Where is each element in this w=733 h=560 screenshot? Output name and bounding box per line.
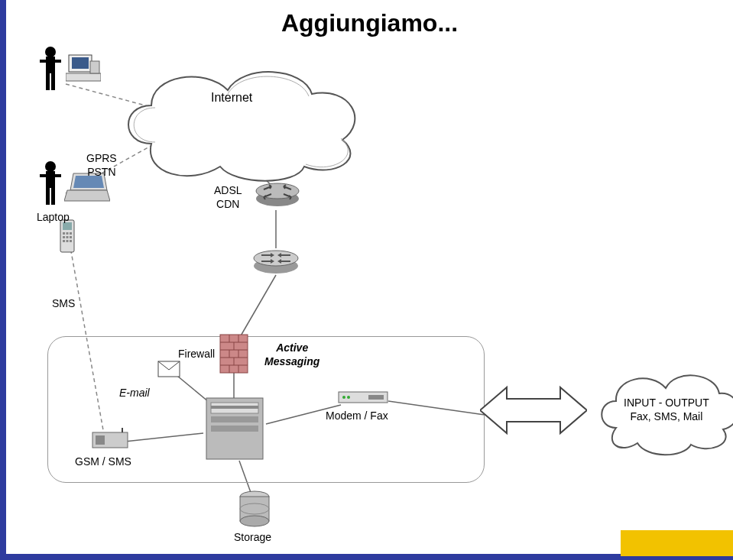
active-messaging-label: Active Messaging <box>264 341 319 368</box>
svg-rect-15 <box>40 60 46 63</box>
svg-rect-41 <box>66 240 69 242</box>
svg-marker-81 <box>480 387 587 433</box>
storage-icon <box>238 490 271 527</box>
storage-label: Storage <box>234 530 271 544</box>
svg-rect-38 <box>66 236 69 238</box>
svg-point-84 <box>240 516 269 526</box>
diagram-canvas: Aggiungiamo... Interne <box>0 0 733 560</box>
gsm-device-icon <box>92 428 128 449</box>
email-icon <box>157 361 180 377</box>
gsm-sms-label: GSM / SMS <box>75 455 131 468</box>
svg-rect-37 <box>63 236 65 238</box>
svg-rect-28 <box>51 188 55 205</box>
modem-icon <box>338 391 388 403</box>
adsl-cdn-label: ADSL CDN <box>214 183 242 211</box>
firewall-label: Firewall <box>178 347 215 361</box>
svg-point-78 <box>342 396 345 399</box>
svg-rect-35 <box>66 232 69 235</box>
svg-rect-27 <box>46 188 50 205</box>
bidirectional-arrow-icon <box>480 384 587 437</box>
svg-rect-72 <box>211 416 258 422</box>
footer-accent <box>621 530 733 556</box>
svg-point-46 <box>254 251 298 266</box>
svg-rect-36 <box>70 232 72 235</box>
svg-rect-20 <box>72 57 89 69</box>
svg-rect-42 <box>70 240 72 242</box>
email-label: E-mail <box>119 386 150 400</box>
svg-point-13 <box>45 47 56 57</box>
svg-rect-18 <box>51 73 55 90</box>
svg-marker-31 <box>64 190 110 201</box>
internet-label: Internet <box>211 90 252 106</box>
svg-rect-21 <box>66 73 101 81</box>
svg-point-44 <box>256 183 299 199</box>
laptop-label: Laptop <box>37 210 70 224</box>
svg-rect-39 <box>70 236 72 238</box>
modem-fax-label: Modem / Fax <box>326 409 388 422</box>
svg-rect-26 <box>55 174 61 177</box>
switch-icon <box>252 243 300 275</box>
user-icon <box>38 46 63 92</box>
svg-rect-25 <box>40 174 46 177</box>
router-icon <box>255 174 300 208</box>
internet-cloud <box>113 52 373 182</box>
svg-rect-24 <box>46 171 55 188</box>
svg-rect-14 <box>46 57 55 73</box>
sms-label: SMS <box>52 296 75 310</box>
svg-point-79 <box>347 396 350 399</box>
mobile-phone-icon <box>60 219 75 253</box>
page-title: Aggiungiamo... <box>281 9 458 37</box>
svg-rect-17 <box>46 73 50 90</box>
svg-rect-75 <box>96 435 105 445</box>
gprs-pstn-label: GPRS PSTN <box>86 151 117 179</box>
svg-rect-40 <box>63 240 65 242</box>
svg-rect-55 <box>220 335 248 373</box>
svg-rect-80 <box>368 395 384 400</box>
svg-rect-22 <box>90 61 99 73</box>
svg-point-23 <box>45 161 56 172</box>
desktop-icon <box>66 53 101 86</box>
firewall-icon <box>219 333 249 374</box>
svg-rect-16 <box>55 60 61 63</box>
svg-rect-71 <box>211 406 258 409</box>
svg-rect-34 <box>63 232 65 235</box>
svg-rect-73 <box>211 426 258 432</box>
user-icon-2 <box>38 160 63 206</box>
input-output-label: INPUT - OUTPUT Fax, SMS, Mail <box>624 396 709 423</box>
server-icon <box>203 395 266 462</box>
